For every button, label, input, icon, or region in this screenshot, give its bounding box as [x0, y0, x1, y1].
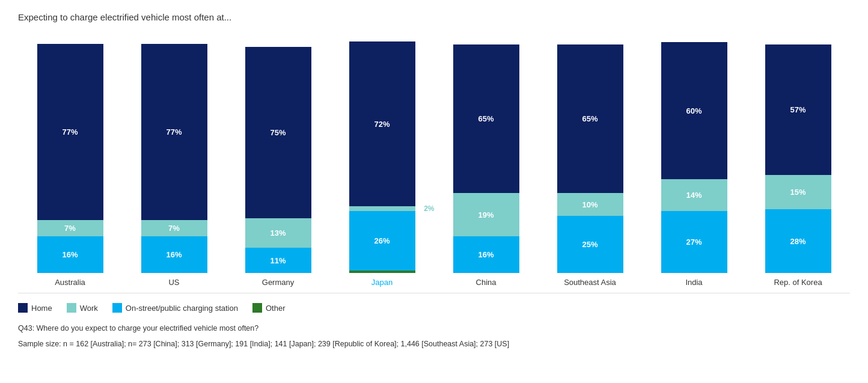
legend-home: Home: [18, 303, 52, 313]
segment-public: 27%: [661, 211, 727, 273]
segment-home: 75%: [245, 47, 311, 218]
segment-home: 77%: [141, 44, 207, 220]
segment-work: 13%: [245, 218, 311, 248]
bar-wrapper: 16%19%65%: [453, 44, 519, 273]
legend-other: Other: [252, 303, 286, 313]
segment-public: 16%: [37, 236, 103, 273]
country-label: India: [685, 278, 702, 287]
bar-group-germany: 11%13%75%Germany: [226, 34, 330, 287]
bar-group-rep.-of-korea: 28%15%57%Rep. of Korea: [746, 34, 850, 287]
segment-home: 77%: [37, 44, 103, 220]
country-label: China: [476, 278, 497, 287]
segment-home: 57%: [765, 44, 831, 175]
bar-wrapper: 16%7%77%: [37, 44, 103, 273]
segment-home: 60%: [661, 42, 727, 179]
legend-home-box: [18, 303, 28, 313]
bar-group-us: 16%7%77%US: [122, 34, 226, 287]
legend-public-box: [112, 303, 122, 313]
segment-public: 16%: [141, 236, 207, 273]
bar-wrapper: 28%15%57%: [765, 44, 831, 273]
work-label-outside: 2%: [424, 204, 434, 213]
segment-work: 2%: [349, 206, 415, 211]
country-label: Australia: [55, 278, 85, 287]
segment-work: 19%: [453, 193, 519, 236]
legend-public-label: On-street/public charging station: [126, 304, 238, 313]
legend-work: Work: [67, 303, 98, 313]
bar-group-india: 27%14%60%India: [642, 34, 746, 287]
bar-group-australia: 16%7%77%Australia: [18, 34, 122, 287]
country-label: US: [168, 278, 179, 287]
bar-wrapper: 16%7%77%: [141, 44, 207, 273]
segment-public: 16%: [453, 236, 519, 273]
segment-public: 25%: [557, 216, 623, 273]
segment-public: 26%: [349, 211, 415, 271]
legend-public: On-street/public charging station: [112, 303, 238, 313]
chart-area: 16%7%77%Australia16%7%77%US11%13%75%Germ…: [18, 34, 850, 287]
legend-other-label: Other: [266, 304, 286, 313]
segment-home: 65%: [453, 44, 519, 193]
country-label: Rep. of Korea: [774, 278, 822, 287]
legend-home-label: Home: [31, 304, 52, 313]
segment-public: 28%: [765, 209, 831, 273]
bar-group-southeast-asia: 25%10%65%Southeast Asia: [538, 34, 642, 287]
chart-title: Expecting to charge electrified vehicle …: [18, 12, 850, 22]
bar-wrapper: 11%13%75%: [245, 47, 311, 273]
segment-home: 72%: [349, 41, 415, 206]
legend-work-box: [67, 303, 76, 313]
bar-group-china: 16%19%65%China: [434, 34, 538, 287]
country-label: Japan: [371, 278, 393, 287]
segment-work: 14%: [661, 179, 727, 211]
legend-work-label: Work: [80, 304, 98, 313]
bar-wrapper: 27%14%60%: [661, 42, 727, 273]
bar-wrapper: 25%10%65%: [557, 44, 623, 273]
segment-work: 15%: [765, 175, 831, 209]
bar-wrapper: 1%26%2%72%: [349, 41, 415, 273]
legend-other-box: [252, 303, 262, 313]
segment-work: 10%: [557, 193, 623, 216]
divider: [18, 293, 850, 293]
segment-public: 11%: [245, 248, 311, 273]
bar-group-japan: 1%26%2%72%Japan: [330, 34, 434, 287]
segment-work: 7%: [37, 220, 103, 236]
footnote-q: Q43: Where do you expect to charge your …: [18, 322, 850, 334]
segment-home: 65%: [557, 44, 623, 193]
segment-work: 7%: [141, 220, 207, 236]
footnote-sample: Sample size: n = 162 [Australia]; n= 273…: [18, 338, 850, 350]
legend: Home Work On-street/public charging stat…: [18, 303, 850, 313]
country-label: Southeast Asia: [564, 278, 616, 287]
country-label: Germany: [262, 278, 294, 287]
segment-other: 1%: [349, 271, 415, 273]
